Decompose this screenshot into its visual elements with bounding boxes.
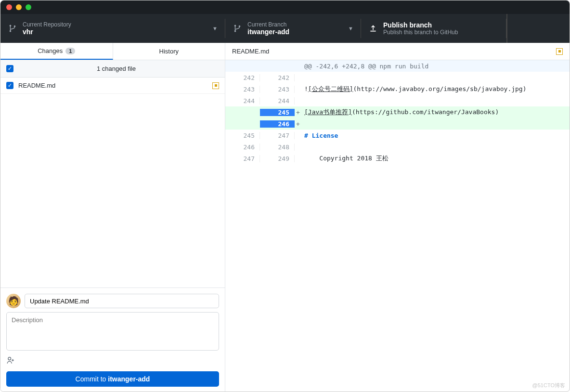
diff-marker: +	[295, 120, 301, 128]
diff-panel: README.md @@ -242,6 +242,8 @@ npm run bu…	[225, 43, 570, 392]
commit-description-input[interactable]	[6, 312, 219, 351]
branch-selector[interactable]: Current Branch itwanger-add ▼	[225, 14, 361, 43]
file-name: README.md	[18, 82, 207, 89]
branch-label: Current Branch	[247, 21, 342, 28]
publish-sublabel: Publish this branch to GitHub	[383, 29, 499, 36]
diff-line[interactable]: 244244	[225, 95, 570, 106]
commit-form: 🧑 Commit to itwanger-add	[0, 287, 225, 392]
minimize-window-button[interactable]	[16, 4, 22, 10]
repo-label: Current Repository	[23, 21, 207, 28]
gutter-old: 242	[225, 74, 260, 81]
gutter-old: 245	[225, 132, 260, 139]
commit-button[interactable]: Commit to itwanger-add	[6, 371, 219, 387]
commit-button-branch: itwanger-add	[108, 375, 150, 383]
diff-line[interactable]: 247249 Copyright 2018 王松	[225, 153, 570, 164]
diff-code: # License	[301, 132, 570, 139]
gutter-new: 242	[260, 74, 295, 81]
add-coauthor-button[interactable]	[6, 356, 15, 366]
diff-line[interactable]: 245247# License	[225, 130, 570, 141]
commit-button-prefix: Commit to	[76, 375, 108, 383]
diff-line[interactable]: 246+	[225, 118, 570, 130]
diff-body[interactable]: @@ -242,6 +242,8 @@ npm run build2422422…	[225, 60, 570, 392]
modified-indicator-icon	[212, 82, 219, 89]
diff-marker: +	[295, 109, 301, 116]
diff-code: Copyright 2018 王松	[301, 154, 570, 163]
diff-code: ![公众号二维码](http://www.javaboy.org/images/…	[301, 85, 570, 93]
diff-code: @@ -242,6 +242,8 @@ npm run build	[301, 63, 570, 70]
diff-line[interactable]: 242242	[225, 72, 570, 83]
diff-code: [Java书单推荐](https://github.com/itwanger/J…	[301, 108, 570, 117]
gutter-old: 243	[225, 86, 260, 93]
tab-changes[interactable]: Changes 1	[0, 43, 113, 60]
tab-history-label: History	[159, 48, 179, 55]
commit-summary-input[interactable]	[25, 294, 219, 308]
app-toolbar: Current Repository vhr ▼ Current Branch …	[0, 14, 570, 43]
gutter-old: 247	[225, 155, 260, 162]
publish-label: Publish branch	[383, 21, 499, 29]
gutter-old: 244	[225, 97, 260, 105]
diff-line[interactable]: 246248	[225, 141, 570, 153]
file-checkbox[interactable]: ✓	[6, 82, 13, 89]
git-branch-icon	[233, 24, 242, 33]
diff-line[interactable]: 245+[Java书单推荐](https://github.com/itwang…	[225, 106, 570, 118]
publish-branch-button[interactable]: Publish branch Publish this branch to Gi…	[361, 14, 507, 43]
avatar: 🧑	[6, 294, 21, 308]
gutter-new: 248	[260, 144, 295, 151]
diff-line[interactable]: @@ -242,6 +242,8 @@ npm run build	[225, 60, 570, 72]
changes-sidebar: Changes 1 History ✓ 1 changed file ✓ REA…	[0, 43, 225, 392]
gutter-new: 243	[260, 86, 295, 93]
modified-indicator-icon	[556, 48, 563, 55]
upload-icon	[369, 24, 377, 33]
close-window-button[interactable]	[6, 4, 12, 10]
gutter-new: 249	[260, 155, 295, 162]
select-all-checkbox[interactable]: ✓	[6, 65, 13, 72]
svg-point-6	[8, 357, 11, 360]
changes-count-badge: 1	[65, 48, 75, 54]
window-titlebar	[0, 0, 570, 14]
tab-history[interactable]: History	[113, 43, 225, 60]
git-branch-icon	[8, 24, 17, 33]
chevron-down-icon: ▼	[348, 26, 353, 31]
repo-name: vhr	[23, 28, 207, 36]
diff-line[interactable]: 243243![公众号二维码](http://www.javaboy.org/i…	[225, 83, 570, 95]
maximize-window-button[interactable]	[26, 4, 31, 10]
gutter-new: 247	[260, 132, 295, 139]
diff-filename: README.md	[232, 48, 269, 55]
gutter-old: 246	[225, 144, 260, 151]
tab-changes-label: Changes	[38, 47, 63, 54]
chevron-down-icon: ▼	[212, 26, 218, 31]
repository-selector[interactable]: Current Repository vhr ▼	[0, 14, 225, 43]
gutter-new: 246	[260, 120, 295, 128]
changed-files-list: ✓ README.md	[0, 78, 225, 287]
gutter-new: 244	[260, 97, 295, 105]
branch-name: itwanger-add	[247, 28, 342, 36]
watermark: @51CTO博客	[532, 382, 565, 389]
changed-files-summary: 1 changed file	[13, 65, 219, 72]
changed-files-header: ✓ 1 changed file	[0, 60, 225, 78]
toolbar-spacer	[507, 14, 570, 43]
file-row[interactable]: ✓ README.md	[0, 78, 225, 94]
gutter-new: 245	[260, 109, 295, 116]
